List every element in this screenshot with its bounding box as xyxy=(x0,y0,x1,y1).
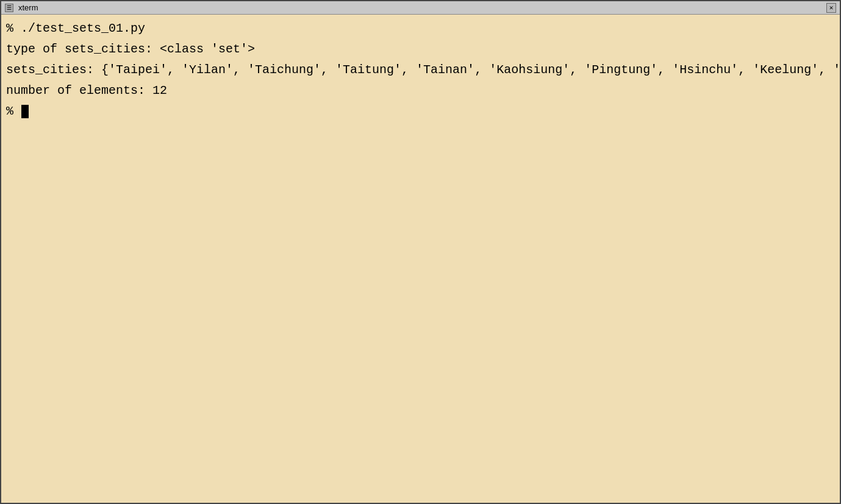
close-icon: ✕ xyxy=(829,4,834,12)
terminal-line-5: % xyxy=(6,104,21,118)
window-title: xterm xyxy=(18,3,38,12)
titlebar-left: ☰ xterm xyxy=(5,3,38,12)
terminal-output[interactable]: % ./test_sets_01.py type of sets_cities:… xyxy=(1,15,840,503)
terminal-line-1: % ./test_sets_01.py xyxy=(6,21,145,35)
titlebar: ☰ xterm ✕ xyxy=(1,1,840,15)
terminal-line-4: number of elements: 12 xyxy=(6,83,167,98)
close-button[interactable]: ✕ xyxy=(826,3,836,13)
xterm-window: ☰ xterm ✕ % ./test_sets_01.py type of se… xyxy=(0,0,841,504)
window-menu-icon[interactable]: ☰ xyxy=(5,4,13,12)
terminal-cursor xyxy=(21,105,29,118)
terminal-line-2: type of sets_cities: <class 'set'> xyxy=(6,42,255,56)
terminal-line-3: sets_cities: {'Taipei', 'Yilan', 'Taichu… xyxy=(6,63,840,77)
